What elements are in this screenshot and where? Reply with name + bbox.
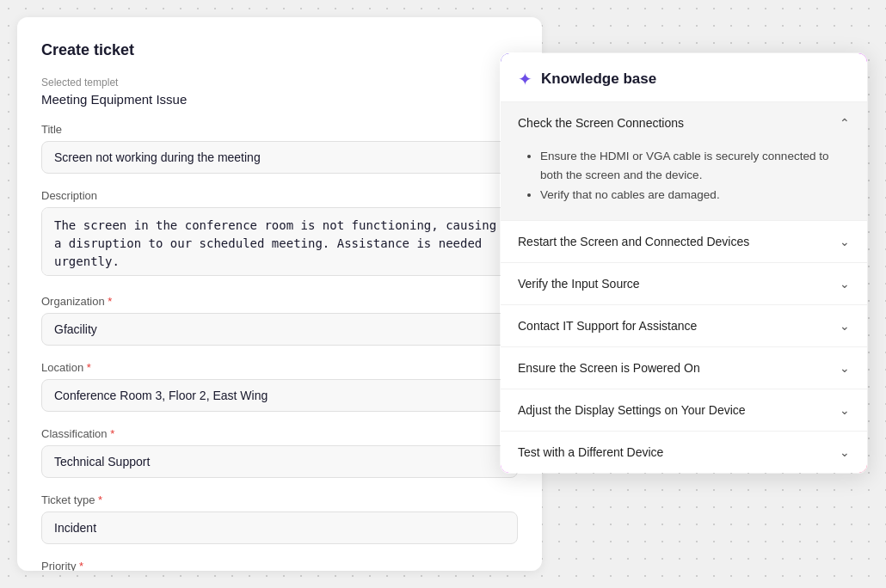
- kb-item-contact-it: Contact IT Support for Assistance: [501, 304, 867, 346]
- chevron-down-icon-restart-screen: [840, 235, 850, 248]
- chevron-down-icon-ensure-powered: [840, 361, 850, 375]
- kb-item-check-connections: Check the Screen Connections Ensure the …: [501, 101, 867, 220]
- kb-item-header-check-connections[interactable]: Check the Screen Connections: [501, 102, 867, 144]
- ticket-type-label: Ticket type: [41, 493, 518, 506]
- kb-item-header-contact-it[interactable]: Contact IT Support for Assistance: [501, 305, 867, 346]
- description-group: Description The screen in the conference…: [41, 189, 518, 279]
- kb-item-header-verify-input[interactable]: Verify the Input Source: [501, 263, 867, 304]
- chevron-down-icon-adjust-display: [840, 403, 850, 417]
- classification-group: Classification: [41, 427, 518, 478]
- knowledge-base-panel: ✦ Knowledge base Check the Screen Connec…: [499, 52, 869, 475]
- create-ticket-panel: Create ticket Selected templet Meeting E…: [17, 17, 542, 571]
- title-label: Title: [41, 123, 518, 136]
- kb-items-list: Check the Screen Connections Ensure the …: [501, 101, 867, 473]
- description-label: Description: [41, 189, 518, 202]
- kb-header: ✦ Knowledge base: [501, 53, 867, 101]
- kb-item-label-test-device: Test with a Different Device: [518, 445, 663, 459]
- location-group: Location: [41, 361, 518, 412]
- kb-item-label-verify-input: Verify the Input Source: [518, 277, 640, 291]
- kb-item-label-check-connections: Check the Screen Connections: [518, 116, 684, 130]
- title-input[interactable]: [41, 141, 518, 174]
- organization-label: Organization: [41, 295, 518, 308]
- priority-group: Priority ▲ High: [41, 560, 518, 571]
- title-group: Title: [41, 123, 518, 174]
- kb-item-header-adjust-display[interactable]: Adjust the Display Settings on Your Devi…: [501, 389, 867, 431]
- kb-item-ensure-powered: Ensure the Screen is Powered On: [501, 346, 867, 389]
- kb-item-label-ensure-powered: Ensure the Screen is Powered On: [518, 361, 700, 375]
- chevron-down-icon-contact-it: [840, 319, 850, 333]
- priority-label: Priority: [41, 560, 518, 571]
- classification-input[interactable]: [41, 445, 518, 478]
- kb-item-header-test-device[interactable]: Test with a Different Device: [501, 432, 867, 473]
- kb-title: Knowledge base: [541, 70, 656, 88]
- kb-item-label-restart-screen: Restart the Screen and Connected Devices: [518, 235, 749, 248]
- kb-item-header-restart-screen[interactable]: Restart the Screen and Connected Devices: [501, 221, 867, 262]
- classification-label: Classification: [41, 427, 518, 440]
- ticket-type-group: Ticket type: [41, 493, 518, 544]
- chevron-down-icon-verify-input: [840, 277, 850, 291]
- kb-bullet-2: Verify that no cables are damaged.: [540, 186, 850, 205]
- description-textarea[interactable]: The screen in the conference room is not…: [41, 207, 518, 276]
- kb-item-restart-screen: Restart the Screen and Connected Devices: [501, 220, 867, 262]
- kb-item-header-ensure-powered[interactable]: Ensure the Screen is Powered On: [501, 347, 867, 389]
- kb-item-label-adjust-display: Adjust the Display Settings on Your Devi…: [518, 403, 746, 417]
- sparkle-icon: ✦: [518, 69, 532, 89]
- selected-template-value: Meeting Equipment Issue: [41, 92, 187, 107]
- kb-inner: ✦ Knowledge base Check the Screen Connec…: [501, 53, 867, 473]
- location-input[interactable]: [41, 379, 518, 412]
- kb-bullet-1: Ensure the HDMI or VGA cable is securely…: [540, 147, 850, 184]
- chevron-down-icon-test-device: [840, 445, 850, 459]
- chevron-up-icon-check-connections: [840, 116, 850, 130]
- ticket-type-input[interactable]: [41, 511, 518, 544]
- kb-item-verify-input: Verify the Input Source: [501, 262, 867, 304]
- selected-template-label: Selected templet: [41, 77, 518, 89]
- organization-input[interactable]: [41, 313, 518, 346]
- kb-item-adjust-display: Adjust the Display Settings on Your Devi…: [501, 389, 867, 431]
- kb-item-label-contact-it: Contact IT Support for Assistance: [518, 319, 697, 333]
- kb-item-content-check-connections: Ensure the HDMI or VGA cable is securely…: [501, 144, 867, 220]
- kb-item-test-device: Test with a Different Device: [501, 431, 867, 473]
- organization-group: Organization: [41, 295, 518, 346]
- location-label: Location: [41, 361, 518, 374]
- panel-title: Create ticket: [41, 41, 518, 59]
- selected-template-group: Selected templet Meeting Equipment Issue: [41, 77, 518, 107]
